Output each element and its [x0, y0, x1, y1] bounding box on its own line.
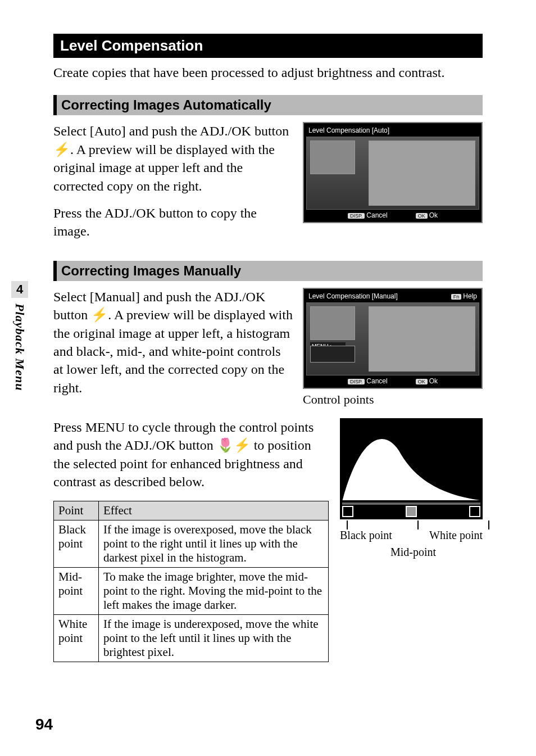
table-row: Black point If the image is overexposed,…: [54, 520, 329, 568]
label-black-point: Black point: [340, 528, 392, 542]
histogram-track: [342, 503, 480, 505]
subheading-manual: Correcting Images Manually: [53, 261, 483, 281]
label-white-point: White point: [429, 528, 483, 542]
cell-mid-point: Mid-point: [54, 568, 99, 615]
tick-icon: [488, 520, 489, 529]
manual-screenshot: Level Compensation [Manual] FnHelp MENU …: [303, 288, 483, 407]
black-point-handle-icon: [342, 506, 353, 517]
cell-mid-effect: To make the image brighter, move the mid…: [99, 568, 329, 615]
auto-para-1: Select [Auto] and push the ADJ./OK butto…: [53, 122, 293, 195]
auto-original-thumb: [310, 141, 355, 174]
cell-white-effect: If the image is underexposed, move the w…: [99, 615, 329, 662]
histogram-curve-icon: [340, 424, 483, 500]
tick-icon: [417, 520, 419, 529]
auto-screenshot: Level Compensation [Auto] DISP.Cancel OK…: [303, 122, 483, 249]
side-tab: 4 Playback Menu: [11, 281, 28, 391]
manual-caption: Control points: [303, 392, 483, 407]
manual-scr-title: Level Compensation [Manual]: [308, 292, 398, 300]
th-effect: Effect: [99, 501, 329, 520]
manual-ok-label: OKOk: [416, 377, 438, 385]
section-heading: Level Compensation: [53, 34, 483, 58]
th-point: Point: [54, 501, 99, 520]
cell-white-point: White point: [54, 615, 99, 662]
manual-help-label: FnHelp: [451, 292, 477, 300]
manual-hist-thumb: [310, 346, 355, 363]
white-point-handle-icon: [469, 506, 480, 517]
label-mid-point: Mid-point: [390, 545, 436, 559]
table-row: White point If the image is underexposed…: [54, 615, 329, 662]
menu-cycle-paragraph: Press MENU to cycle through the control …: [53, 418, 323, 491]
mid-point-handle-icon: [406, 506, 417, 517]
histogram-figure: Black point Mid-point White point: [340, 418, 483, 562]
auto-cancel-label: DISP.Cancel: [348, 211, 388, 219]
chapter-number: 4: [11, 281, 28, 298]
points-table: Point Effect Black point If the image is…: [53, 501, 329, 662]
page-number: 94: [35, 716, 53, 734]
subheading-auto: Correcting Images Automatically: [53, 95, 483, 115]
intro-paragraph: Create copies that have been processed t…: [53, 64, 483, 82]
manual-original-thumb: [310, 306, 355, 340]
manual-para-1: Select [Manual] and push the ADJ./OK but…: [53, 288, 293, 397]
auto-ok-label: OKOk: [416, 211, 438, 219]
manual-cancel-label: DISP.Cancel: [348, 377, 388, 385]
table-row: Mid-point To make the image brighter, mo…: [54, 568, 329, 615]
manual-corrected-preview: [369, 306, 475, 372]
chapter-label: Playback Menu: [12, 304, 27, 391]
auto-corrected-preview: [369, 141, 475, 206]
cell-black-point: Black point: [54, 520, 99, 568]
auto-scr-title: Level Compensation [Auto]: [308, 126, 389, 134]
cell-black-effect: If the image is overexposed, move the bl…: [99, 520, 329, 568]
auto-para-2: Press the ADJ./OK button to copy the ima…: [53, 204, 293, 241]
